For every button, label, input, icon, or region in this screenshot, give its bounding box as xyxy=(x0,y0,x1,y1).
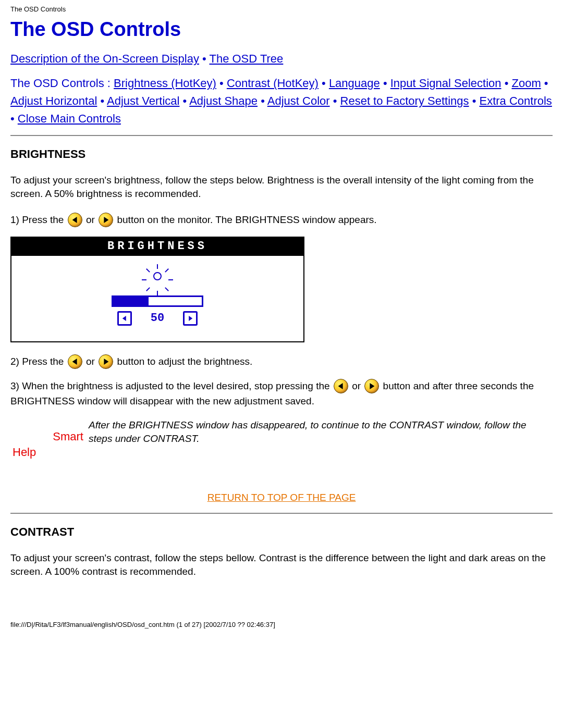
smart-label: Smart xyxy=(10,429,89,445)
brightness-step-3: 3) When the brightness is adjusted to th… xyxy=(10,378,553,409)
link-zoom[interactable]: Zoom xyxy=(511,77,541,90)
brightness-sun-icon xyxy=(145,264,169,288)
left-arrow-icon xyxy=(68,213,82,227)
return-to-top-link[interactable]: RETURN TO TOP OF THE PAGE xyxy=(207,492,356,503)
link-adjust-color[interactable]: Adjust Color xyxy=(267,94,330,107)
brightness-intro: To adjust your screen's brightness, foll… xyxy=(10,174,553,200)
link-adjust-shape[interactable]: Adjust Shape xyxy=(189,94,258,107)
brightness-step-1: 1) Press the or button on the monitor. T… xyxy=(10,212,553,227)
link-description[interactable]: Description of the On-Screen Display xyxy=(10,52,199,65)
osd-brightness-window: BRIGHTNESS 50 xyxy=(10,237,304,342)
page-title: The OSD Controls xyxy=(10,18,553,41)
brightness-heading: BRIGHTNESS xyxy=(10,147,553,161)
osd-progress-bar xyxy=(112,295,203,307)
right-arrow-icon xyxy=(99,354,113,369)
footer-path: file:///D|/Rita/LF3/lf3manual/english/OS… xyxy=(0,600,563,633)
smart-help-block: Smart Help After the BRIGHTNESS window h… xyxy=(10,418,553,461)
contrast-intro: To adjust your screen's contrast, follow… xyxy=(10,551,553,578)
link-adjust-vertical[interactable]: Adjust Vertical xyxy=(107,94,179,107)
link-brightness[interactable]: Brightness (HotKey) xyxy=(114,77,216,90)
link-extra-controls[interactable]: Extra Controls xyxy=(479,94,552,107)
left-arrow-icon xyxy=(334,379,348,393)
link-adjust-horizontal[interactable]: Adjust Horizontal xyxy=(10,94,97,107)
brightness-step-2: 2) Press the or button to adjust the bri… xyxy=(10,354,553,369)
sub-nav: The OSD Controls : Brightness (HotKey) •… xyxy=(10,75,553,128)
link-contrast[interactable]: Contrast (HotKey) xyxy=(227,77,319,90)
return-to-top: RETURN TO TOP OF THE PAGE xyxy=(10,492,553,503)
osd-value: 50 xyxy=(151,312,164,325)
link-reset[interactable]: Reset to Factory Settings xyxy=(340,94,469,107)
link-close-main[interactable]: Close Main Controls xyxy=(18,112,121,125)
link-input-signal[interactable]: Input Signal Selection xyxy=(390,77,501,90)
top-nav: Description of the On-Screen Display • T… xyxy=(10,50,553,67)
help-label: Help xyxy=(10,445,89,461)
right-arrow-icon xyxy=(99,213,113,227)
osd-left-icon xyxy=(117,311,132,326)
contrast-heading: CONTRAST xyxy=(10,525,553,539)
subnav-prefix: The OSD Controls : xyxy=(10,77,114,90)
smart-help-text: After the BRIGHTNESS window has disappea… xyxy=(89,418,553,446)
divider xyxy=(10,135,553,136)
osd-right-icon xyxy=(183,311,198,326)
osd-title: BRIGHTNESS xyxy=(11,238,303,256)
link-language[interactable]: Language xyxy=(329,77,380,90)
right-arrow-icon xyxy=(364,379,379,393)
left-arrow-icon xyxy=(68,354,82,369)
divider xyxy=(10,513,553,514)
link-osd-tree[interactable]: The OSD Tree xyxy=(209,52,283,65)
header-path: The OSD Controls xyxy=(10,0,553,15)
